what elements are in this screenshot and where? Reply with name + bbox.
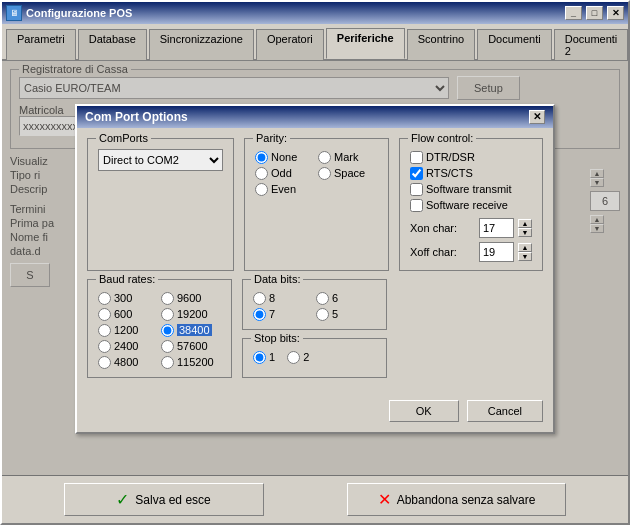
close-button[interactable]: ✕ [607, 6, 624, 20]
xon-spinners: ▲ ▼ [518, 219, 532, 237]
comports-group: ComPorts Direct to COM2 [87, 138, 234, 271]
dialog-close-button[interactable]: ✕ [529, 110, 545, 124]
baud-9600[interactable]: 9600 [161, 292, 221, 305]
stop-1[interactable]: 1 [253, 351, 275, 364]
stop-bits-options: 1 2 [253, 351, 376, 364]
flow-sw-transmit[interactable]: Software transmit [410, 183, 532, 196]
data-bits-options: 8 6 7 5 [253, 292, 376, 321]
xon-xoff-area: Xon char: 17 ▲ ▼ Xoff char: 19 [410, 218, 532, 262]
cancel-button[interactable]: Cancel [467, 400, 543, 422]
parity-even[interactable]: Even [255, 183, 315, 196]
abandon-button[interactable]: ✕ Abbandona senza salvare [347, 483, 567, 516]
bits-column: Data bits: 8 6 7 5 Stop bits [242, 279, 387, 378]
flow-rts-cts[interactable]: RTS/CTS [410, 167, 532, 180]
xon-up[interactable]: ▲ [518, 219, 532, 228]
parity-group: Parity: None Mark Odd Space Even [244, 138, 389, 271]
xoff-down[interactable]: ▼ [518, 252, 532, 261]
modal-overlay: Com Port Options ✕ ComPorts Direct to CO… [2, 61, 628, 476]
parity-odd[interactable]: Odd [255, 167, 315, 180]
parity-none[interactable]: None [255, 151, 315, 164]
baud-300[interactable]: 300 [98, 292, 158, 305]
dialog-row1: ComPorts Direct to COM2 Parity: None Mar… [87, 138, 543, 271]
title-bar: 🖥 Configurazione POS _ □ ✕ [2, 2, 628, 24]
comports-title: ComPorts [96, 132, 151, 144]
app-icon: 🖥 [6, 5, 22, 21]
minimize-button[interactable]: _ [565, 6, 582, 20]
abandon-label: Abbandona senza salvare [397, 493, 536, 507]
data-bits-group: Data bits: 8 6 7 5 [242, 279, 387, 330]
xoff-group: Xoff char: 19 ▲ ▼ [410, 242, 532, 262]
baud-rates-group: Baud rates: 300 9600 600 19200 1200 3840… [87, 279, 232, 378]
dialog-row2: Baud rates: 300 9600 600 19200 1200 3840… [87, 279, 543, 378]
baud-57600[interactable]: 57600 [161, 340, 221, 353]
dialog-buttons: OK Cancel [77, 396, 553, 432]
dialog-title-bar: Com Port Options ✕ [77, 106, 553, 128]
abandon-x-icon: ✕ [378, 490, 391, 509]
baud-options: 300 9600 600 19200 1200 38400 2400 57600… [98, 292, 221, 369]
bottom-bar: ✓ Salva ed esce ✕ Abbandona senza salvar… [2, 475, 628, 523]
flow-sw-receive[interactable]: Software receive [410, 199, 532, 212]
stop-bits-group: Stop bits: 1 2 [242, 338, 387, 378]
data-bits-title: Data bits: [251, 273, 303, 285]
window-frame: 🖥 Configurazione POS _ □ ✕ Parametri Dat… [0, 0, 630, 525]
flow-options: DTR/DSR RTS/CTS Software transmit Softwa… [410, 151, 532, 212]
stop-bits-title: Stop bits: [251, 332, 303, 344]
parity-title: Parity: [253, 132, 290, 144]
flow-control-group: Flow control: DTR/DSR RTS/CTS Software t… [399, 138, 543, 271]
ok-button[interactable]: OK [389, 400, 459, 422]
parity-space[interactable]: Space [318, 167, 378, 180]
save-label: Salva ed esce [135, 493, 210, 507]
parity-mark[interactable]: Mark [318, 151, 378, 164]
app-title: Configurazione POS [26, 7, 561, 19]
save-button[interactable]: ✓ Salva ed esce [64, 483, 264, 516]
dialog-title-text: Com Port Options [85, 110, 188, 124]
xon-down[interactable]: ▼ [518, 228, 532, 237]
xoff-input[interactable]: 19 [479, 242, 514, 262]
xon-label: Xon char: [410, 222, 475, 234]
tab-operatori[interactable]: Operatori [256, 29, 324, 60]
data-5[interactable]: 5 [316, 308, 376, 321]
flow-control-title: Flow control: [408, 132, 476, 144]
data-7[interactable]: 7 [253, 308, 313, 321]
main-content: Registratore di Cassa Casio EURO/TEAM Se… [2, 61, 628, 476]
baud-600[interactable]: 600 [98, 308, 158, 321]
baud-2400[interactable]: 2400 [98, 340, 158, 353]
xon-input[interactable]: 17 [479, 218, 514, 238]
data-8[interactable]: 8 [253, 292, 313, 305]
baud-rates-title: Baud rates: [96, 273, 158, 285]
dialog-body: ComPorts Direct to COM2 Parity: None Mar… [77, 128, 553, 396]
maximize-button[interactable]: □ [586, 6, 603, 20]
tab-database[interactable]: Database [78, 29, 147, 60]
baud-4800[interactable]: 4800 [98, 356, 158, 369]
stop-2[interactable]: 2 [287, 351, 309, 364]
save-check-icon: ✓ [116, 490, 129, 509]
tab-documenti[interactable]: Documenti [477, 29, 552, 60]
baud-115200[interactable]: 115200 [161, 356, 221, 369]
tab-scontrino[interactable]: Scontrino [407, 29, 475, 60]
dialog-row2-spacer [397, 279, 543, 378]
data-6[interactable]: 6 [316, 292, 376, 305]
xoff-label: Xoff char: [410, 246, 475, 258]
tab-sincronizzazione[interactable]: Sincronizzazione [149, 29, 254, 60]
com-port-dialog: Com Port Options ✕ ComPorts Direct to CO… [75, 104, 555, 434]
comports-select[interactable]: Direct to COM2 [98, 149, 223, 171]
baud-38400[interactable]: 38400 [161, 324, 221, 337]
parity-options: None Mark Odd Space Even [255, 151, 378, 196]
tab-parametri[interactable]: Parametri [6, 29, 76, 60]
xoff-spinners: ▲ ▼ [518, 243, 532, 261]
baud-1200[interactable]: 1200 [98, 324, 158, 337]
tab-documenti2[interactable]: Documenti 2 [554, 29, 629, 60]
tab-bar: Parametri Database Sincronizzazione Oper… [2, 24, 628, 61]
xon-group: Xon char: 17 ▲ ▼ [410, 218, 532, 238]
tab-periferiche[interactable]: Periferiche [326, 28, 405, 59]
baud-19200[interactable]: 19200 [161, 308, 221, 321]
flow-dtr-dsr[interactable]: DTR/DSR [410, 151, 532, 164]
xoff-up[interactable]: ▲ [518, 243, 532, 252]
